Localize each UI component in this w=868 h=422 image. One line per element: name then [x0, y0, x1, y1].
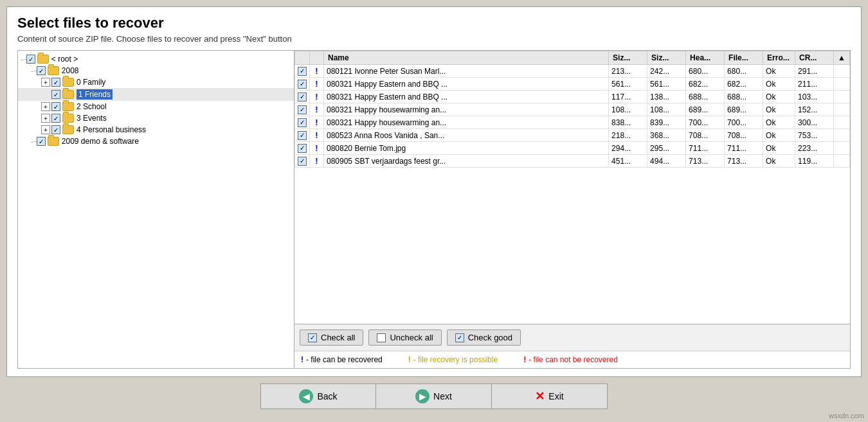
legend-red: ! - file can not be recovered: [523, 355, 618, 364]
folder-icon: [37, 55, 49, 64]
tree-checkbox-2009[interactable]: [37, 137, 46, 146]
file-name: 080321 Happy housewarming an...: [324, 103, 609, 116]
tree-checkbox-root[interactable]: [26, 55, 35, 64]
tree-checkbox-3events[interactable]: [51, 114, 60, 123]
tree-label-2009: 2009 demo & software: [62, 137, 139, 146]
warning-icon: !: [315, 79, 318, 89]
file-panel-bottom: ✓ Check all Uncheck all ✓ Check good: [294, 324, 850, 368]
tree-panel: -··· < root > -··· 2008 +: [18, 51, 294, 368]
file-row-checkbox[interactable]: [298, 131, 307, 140]
tree-item-4personal[interactable]: + 4 Personal business: [18, 124, 294, 136]
watermark: wsxdn.com: [829, 412, 864, 419]
tree-item-0family[interactable]: + 0 Family: [18, 76, 294, 88]
tree-checkbox-1friends[interactable]: [51, 90, 60, 99]
file-name: 080321 Happy Eastern and BBQ ...: [324, 91, 609, 103]
file-panel: Name Siz... Siz... Hea... File... Erro..…: [294, 51, 850, 368]
tree-item-2school[interactable]: + 2 School: [18, 101, 294, 112]
tree-item-1friends[interactable]: 1 Friends: [18, 88, 294, 101]
file-row-checkbox[interactable]: [298, 144, 307, 153]
file-row-checkbox[interactable]: [298, 67, 307, 76]
table-row[interactable]: ! 080321 Happy housewarming an... 108...…: [295, 103, 850, 116]
file-hea: 680...: [686, 65, 725, 78]
legend-blue-icon: !: [301, 355, 303, 364]
legend-red-icon: !: [523, 355, 526, 364]
file-name: 080905 SBT verjaardags feest gr...: [324, 155, 609, 168]
file-hea: 708...: [686, 129, 725, 142]
file-cr: 291...: [795, 65, 834, 78]
file-erro: Ok: [763, 78, 795, 91]
table-row[interactable]: ! 080321 Happy Eastern and BBQ ... 561..…: [295, 78, 850, 91]
check-good-button[interactable]: ✓ Check good: [447, 330, 521, 346]
file-hea: 689...: [686, 103, 725, 116]
file-cr: 300...: [795, 116, 834, 129]
file-row-checkbox[interactable]: [298, 118, 307, 127]
exit-label: Exit: [548, 391, 563, 401]
tree-checkbox-0family[interactable]: [51, 78, 60, 87]
table-row[interactable]: ! 080321 Happy Eastern and BBQ ... 117..…: [295, 91, 850, 103]
tree-item-3events[interactable]: + 3 Events: [18, 112, 294, 124]
file-siz1: 117...: [609, 91, 647, 103]
col-cr: CR...: [795, 51, 834, 65]
tree-expander-placeholder: [41, 90, 50, 99]
warning-icon: !: [315, 118, 318, 127]
file-siz1: 294...: [609, 142, 647, 155]
file-name: 080523 Anna Roos Vanida , San...: [324, 129, 609, 142]
uncheck-all-icon: [377, 333, 386, 342]
col-erro: Erro...: [763, 51, 795, 65]
file-table: Name Siz... Siz... Hea... File... Erro..…: [294, 51, 850, 324]
file-row-checkbox[interactable]: [298, 105, 307, 114]
folder-icon: [62, 78, 74, 87]
check-all-icon: ✓: [308, 333, 317, 342]
tree-expander-2school[interactable]: +: [41, 102, 50, 111]
check-all-button[interactable]: ✓ Check all: [300, 330, 363, 346]
table-row[interactable]: ! 080321 Happy housewarming an... 838...…: [295, 116, 850, 129]
page-subtitle: Content of source ZIP file. Choose files…: [17, 34, 851, 44]
exit-button[interactable]: ✕ Exit: [492, 383, 608, 409]
back-button[interactable]: ◀ Back: [260, 383, 376, 409]
back-icon: ◀: [299, 389, 313, 403]
legend-yellow: ! - file recovery is possible: [408, 355, 498, 364]
legend-row: ! - file can be recovered ! - file recov…: [294, 351, 850, 368]
tree-item-root[interactable]: -··· < root >: [18, 53, 294, 65]
file-row-checkbox[interactable]: [298, 92, 307, 101]
tree-expander-3events[interactable]: +: [41, 114, 50, 123]
file-row-checkbox[interactable]: [298, 157, 307, 166]
table-row[interactable]: ! 080523 Anna Roos Vanida , San... 218..…: [295, 129, 850, 142]
col-siz2: Siz...: [647, 51, 686, 65]
tree-label-1friends: 1 Friends: [77, 89, 113, 100]
file-hea: 682...: [686, 78, 725, 91]
tree-checkbox-2008[interactable]: [37, 66, 46, 75]
folder-icon: [48, 137, 59, 146]
tree-checkbox-2school[interactable]: [51, 102, 60, 111]
warning-icon: !: [315, 130, 318, 140]
file-file: 708...: [725, 129, 763, 142]
file-hea: 688...: [686, 91, 725, 103]
folder-icon: [62, 90, 74, 99]
col-warn: [310, 51, 324, 65]
table-row[interactable]: ! 080121 Ivonne Peter Susan Marl... 213.…: [295, 65, 850, 78]
folder-icon: [48, 66, 59, 75]
file-row-checkbox[interactable]: [298, 80, 307, 89]
warning-icon: !: [315, 143, 318, 153]
tree-label-3events: 3 Events: [77, 114, 107, 123]
file-siz1: 561...: [609, 78, 647, 91]
folder-icon: [62, 114, 74, 123]
table-row[interactable]: ! 080905 SBT verjaardags feest gr... 451…: [295, 155, 850, 168]
file-hea: 700...: [686, 116, 725, 129]
legend-yellow-icon: !: [408, 355, 411, 364]
tree-label-0family: 0 Family: [77, 78, 105, 87]
file-name: 080121 Ivonne Peter Susan Marl...: [324, 65, 609, 78]
next-button[interactable]: ▶ Next: [376, 383, 492, 409]
tree-item-2008[interactable]: -··· 2008: [18, 65, 294, 76]
folder-icon: [62, 125, 74, 134]
warning-icon: !: [315, 92, 318, 101]
file-erro: Ok: [763, 91, 795, 103]
uncheck-all-button[interactable]: Uncheck all: [368, 330, 441, 346]
tree-expander-4personal[interactable]: +: [41, 125, 50, 134]
table-row[interactable]: ! 080820 Bernie Tom.jpg 294... 295... 71…: [295, 142, 850, 155]
tree-checkbox-4personal[interactable]: [51, 125, 60, 134]
tree-expander-0family[interactable]: +: [41, 78, 50, 87]
tree-item-2009[interactable]: -··· 2009 demo & software: [18, 136, 294, 147]
file-hea: 711...: [686, 142, 725, 155]
next-label: Next: [433, 391, 452, 401]
